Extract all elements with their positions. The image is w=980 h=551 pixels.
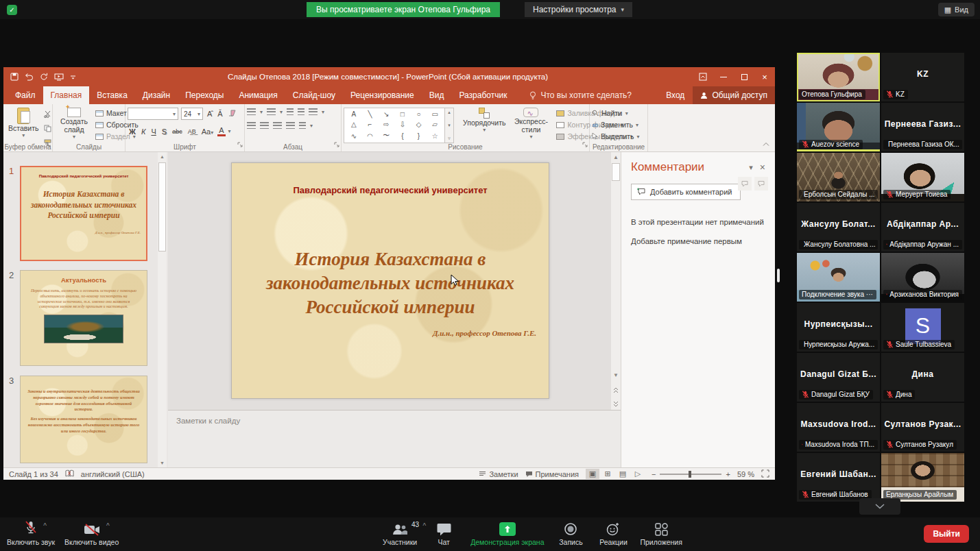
next-slide-button[interactable] [611, 399, 621, 408]
line-spacing-button[interactable] [309, 108, 318, 115]
justify-button[interactable] [286, 122, 295, 129]
participant-tile-13[interactable]: Danagul Gizat Б...Danagul Gizat БҚУ [797, 353, 880, 402]
start-slideshow-icon[interactable] [54, 73, 64, 81]
leave-meeting-button[interactable]: Выйти [924, 525, 969, 543]
panel-divider-handle[interactable] [777, 269, 780, 282]
strikethrough-button[interactable]: abc [171, 128, 184, 135]
ppt-tab-8[interactable]: Рецензирование [343, 86, 422, 104]
add-comment-button[interactable]: Добавить комментарий [631, 184, 741, 200]
redo-icon[interactable] [40, 73, 48, 81]
ppt-tab-1[interactable]: Файл [8, 86, 43, 104]
close-button[interactable]: × [754, 67, 775, 86]
participant-tile-15[interactable]: Maxsudova Irod...Maxsudova Iroda ТП... [797, 403, 880, 452]
increase-indent-button[interactable] [298, 108, 304, 115]
gallery-scroll-down-button[interactable] [859, 498, 900, 515]
notes-toggle[interactable]: Заметки [479, 470, 518, 478]
fit-to-window-icon[interactable] [761, 469, 769, 479]
close-comments-icon[interactable]: × [760, 162, 765, 173]
paste-button[interactable]: Вставить ▾ [5, 106, 42, 141]
drawing-dialog-launcher[interactable] [582, 138, 588, 150]
ppt-tab-3[interactable]: Вставка [89, 86, 135, 104]
participant-tile-8[interactable]: Абдіқаппар Ар...Абдіқаппар Аружан ... [881, 203, 964, 252]
shapes-gallery[interactable]: A╲↘□○▭ △⌐⇨⇩◇▱ ∿◠〜{}☆ [344, 108, 445, 143]
sign-in-button[interactable]: Вход [658, 86, 693, 104]
start-video-button[interactable]: ^ Включить видео [64, 521, 119, 546]
align-right-button[interactable] [273, 122, 282, 129]
clipboard-dialog-launcher[interactable] [45, 138, 51, 150]
underline-button[interactable]: Ч [150, 127, 157, 136]
participants-button[interactable]: 43^ Участники [383, 521, 417, 546]
slide-thumbnail-2[interactable]: Актуальность Переосмыслить, взглянуть и … [20, 270, 147, 366]
ppt-title-bar[interactable]: Слайды Отепова 2018 [Режим совместимости… [3, 67, 775, 86]
shapes-gallery-scrollbar[interactable]: ▴▾▿ [445, 108, 454, 143]
language-indicator[interactable]: английский (США) [81, 470, 145, 478]
bold-button[interactable]: Ж [128, 127, 137, 136]
quick-styles-button[interactable]: Экспресс-стили ▾ [510, 106, 551, 141]
participant-tile-1[interactable]: Отепова Гульфира [797, 53, 880, 101]
ppt-tab-4[interactable]: Дизайн [135, 86, 178, 104]
participant-tile-7[interactable]: Жансулу Болат...Жансулу Болатовна ... [797, 203, 880, 252]
scroll-up-icon[interactable]: ▲ [158, 152, 167, 161]
arrange-button[interactable]: Упорядочить ▾ [460, 106, 508, 141]
save-icon[interactable] [10, 73, 19, 81]
find-button[interactable]: Найти [592, 108, 639, 118]
slide-title-text[interactable]: История Казахстана в законодательных ист… [232, 247, 549, 319]
participant-tile-10[interactable]: Арзиханова Виктория [881, 253, 964, 302]
comments-menu-icon[interactable]: ▾ [749, 163, 753, 172]
decrease-font-button[interactable]: А̌ [216, 110, 224, 118]
copy-button[interactable] [44, 123, 51, 135]
ribbon-display-options-button[interactable] [693, 67, 713, 86]
participant-tile-6[interactable]: Меруерт Тоиева [881, 153, 964, 201]
ppt-tab-10[interactable]: Разработчик [451, 86, 514, 104]
font-name-combo[interactable]: ▾ [128, 108, 178, 120]
share-screen-button[interactable]: Демонстрация экрана [470, 521, 544, 546]
participant-tile-12[interactable]: SSaule Tulbassieva [881, 303, 964, 352]
ppt-tab-2[interactable]: Главная [43, 86, 90, 104]
participant-tile-14[interactable]: ДинаДина [881, 353, 964, 402]
notes-pane[interactable]: Заметки к слайду [168, 410, 621, 467]
participant-tile-17[interactable]: Евгений Шабан...Евгений Шабанов [797, 453, 880, 502]
slide-scrollbar[interactable]: ▲ ▼ [611, 152, 621, 410]
participant-tile-2[interactable]: KZKZ [881, 53, 964, 101]
change-case-button[interactable]: Аа▾ [200, 127, 215, 136]
slideshow-view-button[interactable]: ▷ [631, 469, 645, 479]
previous-slide-button[interactable] [611, 385, 621, 395]
unmute-button[interactable]: ^ Включить звук [7, 521, 55, 546]
record-button[interactable]: Запись [555, 521, 586, 546]
undo-icon[interactable] [25, 73, 34, 81]
collapse-ribbon-button[interactable] [763, 137, 769, 149]
font-dialog-launcher[interactable] [237, 138, 243, 150]
customize-qat-icon[interactable] [70, 74, 76, 80]
italic-button[interactable]: К [140, 127, 147, 136]
align-center-button[interactable] [260, 122, 269, 129]
scroll-down-icon[interactable]: ▼ [611, 370, 621, 380]
ppt-tab-7[interactable]: Слайд-шоу [285, 86, 343, 104]
security-shield-icon[interactable]: ✓ [7, 5, 17, 15]
tell-me-box[interactable]: Что вы хотите сделать? [529, 86, 632, 104]
new-slide-button[interactable]: Создать слайд ▾ [55, 106, 93, 141]
spell-check-icon[interactable] [65, 469, 74, 479]
slide-author-text[interactable]: Д.и.н., профессор Отепова Г.Е. [232, 329, 549, 337]
cut-button[interactable] [44, 108, 51, 121]
clear-formatting-button[interactable] [227, 110, 238, 118]
font-color-button[interactable]: А [217, 126, 225, 136]
comments-toggle[interactable]: Примечания [525, 470, 579, 478]
participant-tile-5[interactable]: Ерболсын Сейдалы ... [797, 153, 880, 201]
zoom-slider[interactable]: − + [652, 470, 730, 478]
apps-button[interactable]: Приложения [640, 521, 682, 546]
view-settings-button[interactable]: Настройки просмотра ▾ [525, 2, 632, 17]
participant-tile-11[interactable]: Нурпеисқызы...Нурпеисқызы Аружа... [797, 303, 880, 352]
increase-font-button[interactable]: А̂ [206, 110, 213, 118]
share-button[interactable]: Общий доступ [693, 86, 775, 104]
columns-button[interactable] [299, 122, 306, 129]
slide-thumbnail-3[interactable]: Законы и внутриполитическая деятельность… [20, 376, 147, 463]
decrease-indent-button[interactable] [287, 108, 294, 115]
bullets-button[interactable] [247, 108, 256, 115]
slide-header-text[interactable]: Павлодарский педагогический университет [232, 163, 549, 195]
align-left-button[interactable] [247, 122, 256, 129]
chat-button[interactable]: Чат [428, 521, 459, 546]
participant-tile-18[interactable]: Ерланқызы Арайлым [881, 453, 964, 502]
ppt-tab-9[interactable]: Вид [422, 86, 452, 104]
minimize-button[interactable] [713, 67, 734, 86]
slide-sorter-view-button[interactable]: ⊞ [601, 469, 614, 479]
